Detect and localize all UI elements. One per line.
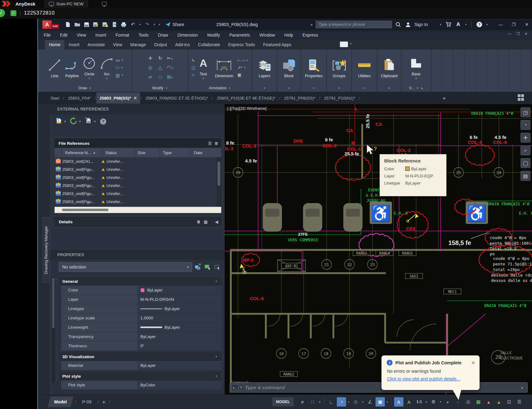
rotate-icon[interactable]: ↻ <box>158 56 162 61</box>
object-snap-icon[interactable]: ▣ <box>376 397 385 407</box>
clipboard-button[interactable]: Clipboard <box>379 57 399 78</box>
secure-icon[interactable]: ✓ <box>11 10 16 16</box>
doc-restore-icon[interactable]: ❐ <box>516 32 520 36</box>
xref-palette-title[interactable]: EXTERNAL REFERENCES <box>50 104 225 114</box>
redo-icon[interactable]: ↷ <box>143 21 151 28</box>
menu-item[interactable]: Edit <box>60 33 68 38</box>
save-all-icon[interactable] <box>101 21 109 28</box>
3d-icon[interactable]: ◫ <box>191 65 195 70</box>
toast-close-icon[interactable]: ✕ <box>471 360 475 365</box>
menu-item[interactable]: Modify <box>207 33 220 38</box>
annotation-monitor-icon[interactable]: + <box>443 397 452 407</box>
grid-icon[interactable]: # <box>298 397 307 407</box>
undo-dropdown-icon[interactable]: ▼ <box>138 23 142 26</box>
details-doc-icon[interactable]: 🗎 <box>197 220 201 224</box>
xref-horizontal-scrollbar[interactable] <box>55 207 221 213</box>
tray-warning-icon[interactable]: ▲ <box>484 397 493 407</box>
workspace-gear-icon-dropdown[interactable]: ▼ <box>439 401 442 403</box>
object-snap-tracking-icon[interactable]: ∠ <box>365 397 375 407</box>
refresh-icon[interactable] <box>70 117 77 126</box>
menu-item[interactable]: Express <box>302 33 318 38</box>
stretch-icon[interactable]: ▱ <box>148 74 152 80</box>
column-size[interactable]: Size <box>134 148 160 157</box>
search-icon[interactable] <box>394 21 402 28</box>
viewport-label[interactable]: [-][Top][2D Wireframe] <box>227 106 266 111</box>
ribbon-tab[interactable]: Insert <box>64 40 83 50</box>
block-button[interactable]: Block <box>279 57 299 78</box>
toast-details-link[interactable]: Click to view plot and publish details..… <box>387 376 460 381</box>
xref-vertical-scrollbar[interactable] <box>217 157 221 209</box>
xref-row[interactable]: 25803_xref|Figu... Unrefer... <box>55 173 221 181</box>
user-icon[interactable] <box>404 21 412 28</box>
property-value[interactable]: ByLayer <box>137 361 222 370</box>
snap-icon-dropdown[interactable]: ▼ <box>318 401 321 403</box>
file-tab[interactable]: Start✕ <box>47 93 63 104</box>
annotation-panel-label[interactable]: Annotation▼ <box>188 84 252 92</box>
workspace-gear-icon[interactable]: ⚙ <box>429 397 438 407</box>
file-tab-close-icon[interactable]: ✕ <box>134 96 137 100</box>
xref-row[interactable]: 25803_xref|241... Unrefer... <box>55 157 221 165</box>
column-status[interactable]: Status <box>102 148 134 157</box>
scale-icon[interactable]: □ <box>159 74 161 80</box>
ribbon-tab[interactable]: Featured Apps <box>259 40 295 50</box>
signin-label[interactable]: Sign In <box>414 22 428 27</box>
ribbon-tab[interactable]: Output <box>150 40 171 50</box>
arc-tool-button[interactable]: Arc▼ <box>98 56 115 80</box>
orbit-icon[interactable]: ◯ <box>521 158 530 168</box>
column-date[interactable]: Date <box>191 148 217 157</box>
zoom-icon[interactable]: ⌕ <box>521 145 530 155</box>
view-panel-collapsed[interactable]: V...▼⇘ <box>402 84 431 92</box>
ribbon-tab[interactable]: Add-ins <box>171 40 194 50</box>
save-icon[interactable] <box>83 21 90 28</box>
navbar-more-icon[interactable]: ▤ <box>521 171 530 181</box>
xref-row[interactable]: 25803_xref|Figu... Unrefer... <box>55 165 221 173</box>
signin-dropdown-icon[interactable]: ▼ <box>439 23 442 26</box>
file-tab[interactable]: 25803_P08(SS)*✕ <box>96 92 140 104</box>
copy-icon[interactable]: ◎ <box>148 65 152 70</box>
pan-icon[interactable]: ✛ <box>521 133 530 143</box>
ribbon-tab[interactable]: Annotate <box>83 40 109 50</box>
customization-icon[interactable]: ☰ <box>515 397 524 407</box>
array-icon[interactable]: ⊞▼ <box>167 74 174 80</box>
property-value[interactable]: ByColor <box>137 380 222 389</box>
search-input[interactable]: Type a keyword or phrase <box>316 21 392 28</box>
ribbon-tab[interactable]: Manage <box>126 40 150 50</box>
annotation-scale-icon-dropdown[interactable]: ▼ <box>425 401 428 403</box>
quick-select-icon[interactable] <box>194 263 202 271</box>
drawing-canvas[interactable]: [-][Top][2D Wireframe] ♿♿292524212223161… <box>225 104 532 394</box>
linear-dimension-icon[interactable]: ⊢⊣ <box>237 58 244 63</box>
redo-dropdown-icon[interactable]: ▼ <box>153 23 156 26</box>
polar-tracking-icon[interactable]: ◔ <box>337 397 346 407</box>
plot-icon[interactable]: ⎙ <box>464 397 473 407</box>
ribbon-tab[interactable]: Express Tools <box>224 40 259 50</box>
table-icon[interactable]: ▦ <box>237 73 241 77</box>
list-view-icon[interactable]: ☰ <box>208 141 212 146</box>
utilities-button[interactable]: Utilities <box>354 57 375 78</box>
isodraft-icon-dropdown[interactable]: ▼ <box>361 401 364 403</box>
select-objects-icon[interactable] <box>204 263 211 271</box>
property-value[interactable]: 0" <box>137 341 222 350</box>
command-input[interactable]: Type a command <box>245 385 285 390</box>
property-section-3d-visualization[interactable]: 3D Visualization▼ <box>59 352 222 361</box>
anydesk-session-tab[interactable]: Guio-PC NEW <box>44 0 88 7</box>
new-layout-button[interactable]: ＋ <box>100 398 108 406</box>
property-section-plot-style[interactable]: Plot style▼ <box>59 372 222 380</box>
property-value[interactable]: M-N-PLO-DRSAN <box>137 295 222 304</box>
help-dropdown-icon[interactable]: ▼ <box>486 23 489 26</box>
new-file-icon[interactable] <box>64 21 72 28</box>
rectangle-icon[interactable]: ▭ <box>116 58 120 63</box>
details-preview-icon[interactable]: ▥ <box>204 220 208 224</box>
draw-panel-label[interactable]: Draw▼ <box>38 84 132 92</box>
file-tab[interactable]: 25803_P09(RDC ET 2E ÉTAGE)*✕ <box>143 93 211 104</box>
layout-tab-model[interactable]: Model <box>47 397 73 407</box>
property-value[interactable]: ByLayer <box>137 304 222 313</box>
details-collapse-icon[interactable]: ◀ <box>215 220 218 224</box>
anydesk-address[interactable]: 1225372810 <box>24 10 55 16</box>
plot-icon[interactable] <box>120 21 127 28</box>
column-reference-name[interactable]: Reference N...▲ <box>62 148 102 157</box>
ortho-icon[interactable]: ∟ <box>327 397 336 407</box>
new-session-button[interactable] <box>97 0 112 7</box>
menu-item[interactable]: File <box>44 33 51 38</box>
annotation-autoscale-icon[interactable]: A <box>404 397 414 407</box>
command-recent-icon[interactable]: ▼ <box>240 386 243 389</box>
